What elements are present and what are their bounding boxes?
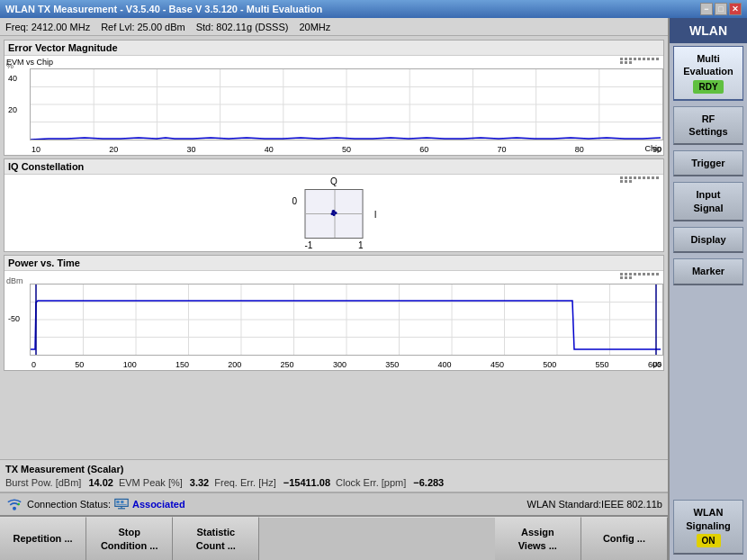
- freq-err-value: −15411.08: [284, 477, 330, 488]
- iq-q-label: Q: [305, 176, 364, 186]
- config-button[interactable]: Config ...: [581, 517, 668, 560]
- clock-err-value: −6.283: [413, 477, 444, 488]
- pvt-grid: [30, 284, 663, 356]
- assign-views-button[interactable]: AssignViews ...: [495, 517, 581, 560]
- iq-display: Q 0: [305, 189, 364, 250]
- iq-chart-title: IQ Constellation: [4, 159, 663, 175]
- burst-pow-label: Burst Pow. [dBm]: [5, 477, 81, 488]
- sidebar-btn-input-signal[interactable]: InputSignal: [673, 182, 743, 221]
- svg-point-28: [13, 507, 16, 510]
- pvt-grip: [620, 273, 660, 279]
- toolbar-spacer: [259, 517, 494, 560]
- pvt-y-50: -50: [8, 314, 20, 323]
- pvt-y-label: dBm: [6, 276, 23, 285]
- window-title: WLAN TX Measurement - V3.5.40 - Base V 3…: [5, 4, 322, 14]
- network-icon: [114, 498, 129, 510]
- connection-status-bar: Connection Status: Associated WLAN Stand…: [0, 492, 668, 515]
- evm-chart: Error Vector Magnitude EVM vs Chip 40 20…: [4, 40, 664, 156]
- evm-peak-value: 3.32: [190, 477, 209, 488]
- evm-peak-label: EVM Peak [%]: [119, 477, 183, 488]
- pvt-x-unit: µs: [652, 359, 662, 368]
- iq-x-pos: 1: [358, 240, 364, 250]
- maximize-button[interactable]: □: [715, 3, 727, 15]
- conn-left: Connection Status: Associated: [5, 497, 185, 511]
- assign-views-label: AssignViews ...: [518, 526, 557, 552]
- wifi-icon: [5, 497, 23, 511]
- iq-zero-label: 0: [292, 196, 298, 206]
- evm-x-unit: Chip: [644, 144, 662, 153]
- conn-status: Associated: [132, 499, 185, 510]
- minimize-button[interactable]: −: [700, 3, 713, 15]
- trigger-label: Trigger: [691, 158, 724, 168]
- bottom-toolbar: Repetition ... StopCondition ... Statist…: [0, 515, 668, 560]
- multi-eval-label: MultiEvaluation: [678, 52, 739, 78]
- iq-x-neg: -1: [305, 240, 313, 250]
- tx-measurement-title: TX Measurement (Scalar): [5, 464, 662, 474]
- iq-bottom-labels: -1 1: [305, 240, 364, 250]
- title-bar: WLAN TX Measurement - V3.5.40 - Base V 3…: [0, 0, 747, 18]
- conn-label: Connection Status:: [27, 499, 111, 510]
- svg-rect-32: [121, 501, 123, 503]
- evm-x-labels: 102030405060708090: [30, 145, 663, 154]
- sidebar-spacer: [670, 288, 747, 498]
- freq-bar: Freq: 2412.00 MHz Ref Lvl: 25.00 dBm Std…: [0, 18, 668, 36]
- pvt-chart-title: Power vs. Time: [4, 256, 663, 271]
- statistic-count-label: StatisticCount ...: [196, 526, 236, 552]
- sidebar-btn-multi-evaluation[interactable]: MultiEvaluation RDY: [673, 46, 743, 101]
- std-value: Std: 802.11g (DSSS): [196, 22, 289, 32]
- evm-grip: [620, 58, 660, 64]
- sidebar-btn-wlan-signaling[interactable]: WLANSignaling ON: [673, 500, 743, 555]
- window-controls: − □ ✕: [700, 3, 742, 15]
- clock-err-label: Clock Err. [ppm]: [336, 477, 406, 488]
- statistic-count-button[interactable]: StatisticCount ...: [173, 517, 259, 560]
- multi-eval-badge: RDY: [693, 80, 723, 94]
- repetition-button[interactable]: Repetition ...: [0, 517, 86, 560]
- svg-rect-33: [116, 504, 126, 505]
- evm-y-40: 40: [8, 74, 17, 83]
- input-signal-label: InputSignal: [693, 189, 723, 212]
- sidebar-btn-marker[interactable]: Marker: [673, 258, 743, 285]
- iq-grip: [620, 176, 660, 183]
- freq-value: Freq: 2412.00 MHz: [5, 22, 90, 32]
- content-area: Freq: 2412.00 MHz Ref Lvl: 25.00 dBm Std…: [0, 18, 668, 560]
- main-container: Freq: 2412.00 MHz Ref Lvl: 25.00 dBm Std…: [0, 18, 747, 560]
- charts-area: Error Vector Magnitude EVM vs Chip 40 20…: [0, 36, 668, 459]
- sidebar-btn-display[interactable]: Display: [673, 227, 743, 253]
- wlan-standard: WLAN Standard:IEEE 802.11b: [527, 499, 662, 510]
- close-button[interactable]: ✕: [729, 3, 742, 15]
- iq-display-wrapper: Q 0: [305, 176, 364, 250]
- rf-settings-label: RFSettings: [688, 113, 727, 137]
- sidebar-header: WLAN: [670, 18, 747, 43]
- pvt-chart-body: dBm -50: [4, 271, 663, 370]
- evm-grid: [30, 68, 663, 140]
- sidebar-btn-rf-settings[interactable]: RFSettings: [673, 106, 743, 146]
- iq-chart: IQ Constellation Q 0: [4, 158, 664, 252]
- tx-values-row: Burst Pow. [dBm] 14.02 EVM Peak [%] 3.32…: [5, 477, 662, 488]
- evm-y-20: 20: [8, 105, 17, 114]
- evm-chart-title: Error Vector Magnitude: [4, 41, 663, 56]
- svg-point-29: [18, 503, 20, 505]
- evm-y-label: %: [6, 61, 14, 70]
- evm-chart-body: EVM vs Chip 40 20 %: [4, 56, 663, 155]
- svg-rect-31: [116, 501, 119, 503]
- iq-box: I: [305, 189, 364, 239]
- wlan-signaling-badge: ON: [697, 534, 721, 547]
- pvt-x-labels: 050100150200250300350400450500550600: [30, 360, 663, 369]
- tx-measurement: TX Measurement (Scalar) Burst Pow. [dBm]…: [0, 459, 668, 492]
- ref-lvl-value: Ref Lvl: 25.00 dBm: [101, 22, 185, 32]
- freq-err-label: Freq. Err. [Hz]: [214, 477, 275, 488]
- evm-svg: [31, 69, 662, 140]
- pvt-svg: [31, 285, 662, 355]
- sidebar-btn-trigger[interactable]: Trigger: [673, 150, 743, 176]
- stop-condition-button[interactable]: StopCondition ...: [86, 517, 173, 560]
- marker-label: Marker: [692, 266, 724, 276]
- pvt-chart: Power vs. Time dBm -50: [4, 255, 664, 371]
- display-label: Display: [690, 234, 725, 245]
- right-sidebar: WLAN MultiEvaluation RDY RFSettings Trig…: [668, 18, 747, 560]
- bw-value: 20MHz: [299, 22, 330, 32]
- iq-chart-body: Q 0: [4, 175, 663, 251]
- iq-i-label: I: [374, 210, 377, 220]
- stop-condition-label: StopCondition ...: [101, 526, 158, 552]
- burst-pow-value: 14.02: [88, 477, 113, 488]
- wlan-signaling-label: WLANSignaling: [678, 506, 739, 532]
